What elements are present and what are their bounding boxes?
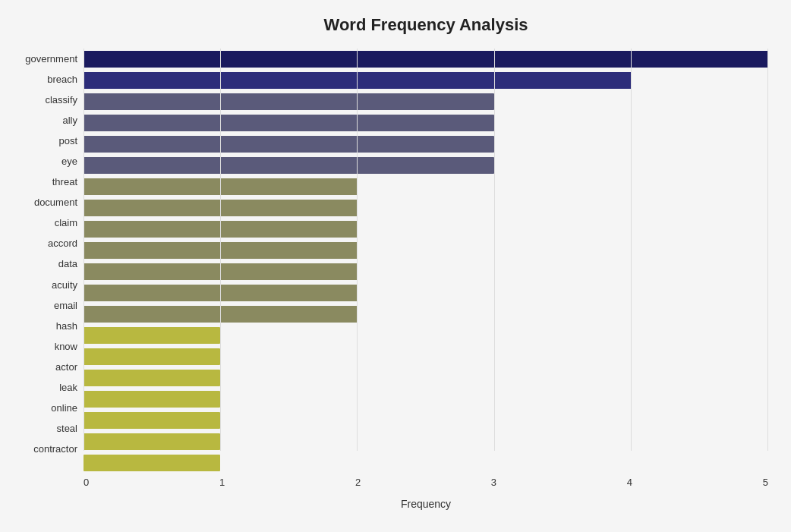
y-label: leak — [59, 377, 77, 398]
y-label: online — [51, 398, 77, 418]
bar-row — [84, 347, 768, 367]
bar-row — [84, 262, 768, 282]
x-axis: 012345 — [84, 474, 768, 496]
bar — [84, 136, 494, 153]
chart-container: Word Frequency Analysis governmentbreach… — [0, 0, 791, 532]
bar-row — [84, 156, 768, 175]
bar — [84, 200, 358, 216]
bar — [84, 412, 220, 429]
x-tick: 0 — [84, 477, 89, 488]
bar-row — [84, 283, 768, 303]
bar — [84, 263, 358, 280]
y-label: contractor — [33, 439, 77, 459]
bar-row — [84, 304, 768, 324]
bar — [84, 51, 768, 68]
bar-row — [84, 219, 768, 239]
y-label: eye — [61, 151, 77, 172]
chart-area: governmentbreachclassifyallyposteyethrea… — [8, 49, 768, 482]
y-label: ally — [62, 110, 77, 131]
bar-row — [84, 177, 768, 197]
y-label: threat — [52, 172, 77, 192]
bar — [84, 93, 494, 110]
bar — [84, 327, 220, 344]
bar — [84, 391, 220, 408]
chart-title: Word Frequency Analysis — [8, 15, 768, 35]
x-tick: 3 — [491, 477, 496, 488]
bar-row — [84, 71, 768, 90]
bar — [84, 72, 632, 89]
bar — [84, 157, 494, 174]
bar — [84, 348, 220, 365]
y-label: accord — [48, 233, 77, 253]
y-axis: governmentbreachclassifyallyposteyethrea… — [8, 49, 84, 482]
y-label: data — [58, 253, 77, 274]
bar — [84, 306, 358, 323]
bar-row — [84, 368, 768, 388]
plot-area: 012345 Frequency — [84, 49, 768, 482]
bar-row — [84, 198, 768, 218]
bar-row — [84, 241, 768, 260]
y-label: hash — [56, 316, 77, 336]
bar — [84, 433, 220, 450]
bar — [84, 221, 358, 238]
y-label: post — [58, 131, 77, 151]
bar — [84, 242, 358, 259]
bar-row — [84, 432, 768, 452]
y-label: breach — [47, 69, 77, 90]
bar — [84, 178, 358, 195]
bar-row — [84, 326, 768, 345]
bars-wrapper — [84, 49, 768, 474]
bar-row — [84, 113, 768, 133]
x-axis-label: Frequency — [84, 498, 768, 510]
y-label: steal — [57, 418, 77, 439]
bar-row — [84, 134, 768, 154]
x-tick: 1 — [219, 477, 225, 488]
x-tick: 4 — [627, 477, 632, 488]
bar-row — [84, 49, 768, 69]
y-label: classify — [45, 90, 77, 110]
y-label: acuity — [52, 275, 77, 295]
bar — [84, 115, 494, 131]
y-label: document — [34, 192, 77, 212]
y-label: know — [55, 336, 77, 357]
bar-row — [84, 411, 768, 430]
x-bottom: 012345 Frequency — [84, 474, 768, 510]
x-tick: 2 — [355, 477, 361, 488]
bar — [84, 370, 220, 386]
bar — [84, 285, 358, 301]
x-tick: 5 — [763, 477, 768, 488]
bar-row — [84, 92, 768, 112]
y-label: email — [54, 295, 77, 316]
bar — [84, 455, 220, 471]
y-label: government — [25, 49, 77, 69]
y-label: claim — [55, 212, 77, 233]
bar-row — [84, 389, 768, 409]
y-label: actor — [55, 357, 77, 377]
bar-row — [84, 453, 768, 473]
